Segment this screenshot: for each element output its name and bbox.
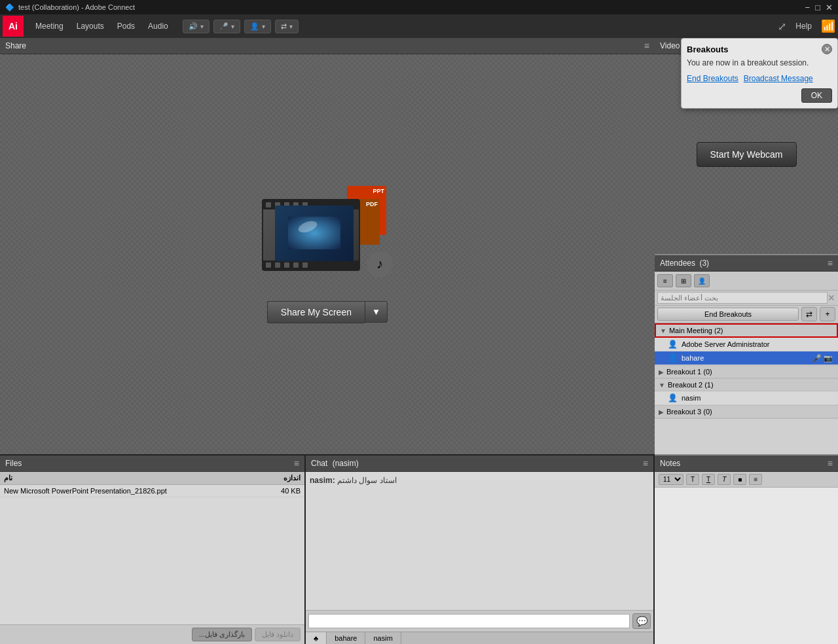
share-center: PPT PDF: [262, 186, 393, 323]
breakout-shuffle-btn[interactable]: ⇄: [801, 307, 817, 321]
attendees-person[interactable]: 👤 nasim: [655, 391, 838, 405]
files-pod: Files ≡ نام اندازه: [0, 456, 306, 644]
maximize-button[interactable]: □: [815, 3, 820, 12]
media-icon: PPT PDF: [262, 186, 393, 291]
chat-tab[interactable]: ♣: [306, 632, 327, 644]
person-actions: 🎤📷: [812, 354, 833, 363]
attendees-group-header[interactable]: ▶ Breakout 1 (0): [655, 366, 838, 378]
attendees-group: ▶ Breakout 3 (0): [655, 406, 838, 419]
attendees-group: ▶ Breakout 1 (0): [655, 366, 838, 379]
menu-bar: Ai Meeting Layouts Pods Audio 🔊 ▾ 🎤 ▾ 👤 …: [0, 14, 838, 38]
chat-pod: Chat (nasim) ≡ nasim: استاد سوال داشتم 💬: [306, 456, 655, 644]
menu-layouts[interactable]: Layouts: [70, 19, 111, 33]
attendees-group: ▼ Main Meeting (2) 👤 Adobe Server Admini…: [655, 323, 838, 366]
notes-list-btn[interactable]: ≡: [749, 474, 762, 485]
chat-pod-header: Chat (nasim) ≡: [306, 456, 653, 472]
chat-pod-menu-btn[interactable]: ≡: [643, 458, 648, 469]
upload-file-button[interactable]: ...بارگذاری فایل: [192, 628, 252, 641]
notes-font-size-select[interactable]: 11 12 14: [659, 474, 683, 485]
attendees-group-header[interactable]: ▶ Breakout 3 (0): [655, 406, 838, 418]
mic-toolbar-btn[interactable]: 🎤 ▾: [213, 20, 240, 33]
share-pod-title: Share: [5, 41, 26, 50]
file-size-cell: 40 KB: [263, 485, 304, 497]
left-panel: Share ≡ PPT PDF: [0, 38, 655, 644]
share-pod: Share ≡ PPT PDF: [0, 38, 655, 454]
notes-bold-btn[interactable]: T: [686, 474, 699, 485]
chat-input[interactable]: [308, 614, 630, 628]
menu-meeting[interactable]: Meeting: [29, 19, 70, 33]
grid-view-button[interactable]: ⊞: [676, 274, 691, 287]
breakout-ok-button[interactable]: OK: [801, 88, 832, 103]
chat-messages: nasim: استاد سوال داشتم: [306, 472, 653, 489]
attendees-group-header[interactable]: ▼ Breakout 2 (1): [655, 379, 838, 391]
title-bar: 🔷 test (Collaboration) - Adobe Connect −…: [0, 0, 838, 14]
share-my-screen-button[interactable]: Share My Screen: [267, 301, 365, 323]
end-breakouts-button[interactable]: End Breakouts: [657, 308, 799, 321]
person-mic-btn[interactable]: 🎤: [812, 354, 822, 363]
table-row[interactable]: New Microsoft PowerPoint Presentation_21…: [0, 485, 304, 497]
files-col-name: نام: [0, 472, 263, 485]
audio-toolbar-btn[interactable]: 🔊 ▾: [183, 20, 210, 33]
attendees-person[interactable]: 👤 Adobe Server Administrator: [655, 338, 838, 351]
notes-pod-title: Notes: [660, 459, 680, 468]
person-name: nasim: [682, 394, 829, 402]
broadcast-message-link[interactable]: Broadcast Message: [744, 74, 813, 83]
menu-pods[interactable]: Pods: [111, 19, 141, 33]
menu-audio[interactable]: Audio: [141, 19, 175, 33]
attendees-pod-header: Attendees (3) ≡: [655, 255, 838, 272]
group-expand-icon: ▼: [659, 382, 665, 389]
chat-message-text: استاد سوال داشتم: [337, 476, 397, 485]
person-name: Adobe Server Administrator: [682, 340, 829, 348]
chat-tab[interactable]: nasim: [365, 632, 401, 644]
menu-right: ⤢ Help 📶: [778, 19, 835, 33]
files-col-size: اندازه: [263, 472, 304, 485]
attendees-search-clear-btn[interactable]: ✕: [828, 293, 835, 303]
attendees-action-row: End Breakouts ⇄ +: [655, 306, 838, 323]
end-breakouts-link[interactable]: End Breakouts: [687, 74, 738, 83]
user-toolbar-btn[interactable]: 👤 ▾: [244, 20, 271, 33]
minimize-button[interactable]: −: [805, 3, 811, 12]
share-dropdown-button[interactable]: ▼: [365, 301, 388, 323]
main-layout: Share ≡ PPT PDF: [0, 38, 838, 644]
notes-italic-btn[interactable]: T: [718, 474, 731, 485]
notes-pod-header: Notes ≡: [655, 456, 838, 472]
webcam-pod-title: Video: [660, 41, 680, 50]
breakout-ok-area: OK: [687, 88, 832, 103]
list-view-button[interactable]: ≡: [657, 274, 673, 287]
files-footer: ...بارگذاری فایل دانلود فایل: [0, 624, 304, 644]
breakout-actions: End Breakouts Broadcast Message: [687, 74, 832, 83]
chat-send-button[interactable]: 💬: [632, 613, 651, 629]
share-toolbar-btn[interactable]: ⇄ ▾: [275, 20, 299, 33]
chat-input-row: 💬: [306, 611, 653, 632]
download-file-button[interactable]: دانلود فایل: [255, 628, 301, 641]
app-icon: 🔷: [5, 3, 14, 12]
notes-toolbar: 11 12 14 T T T ■ ≡: [655, 472, 838, 488]
notes-color-btn[interactable]: ■: [733, 474, 746, 485]
chat-messages-area: nasim: استاد سوال داشتم: [306, 472, 653, 610]
breakout-close-button[interactable]: ✕: [822, 44, 832, 54]
expand-icon[interactable]: ⤢: [778, 20, 786, 33]
person-icon: 👤: [668, 393, 678, 402]
file-name-cell: New Microsoft PowerPoint Presentation_21…: [0, 485, 263, 497]
share-pod-header: Share ≡: [0, 38, 655, 54]
share-pod-menu-btn[interactable]: ≡: [644, 41, 649, 51]
notes-content[interactable]: [655, 488, 838, 644]
attendees-person[interactable]: 👤 bahare 🎤📷: [655, 351, 838, 365]
person-cam-btn[interactable]: 📷: [824, 354, 833, 363]
chat-tab[interactable]: bahare: [327, 632, 365, 644]
attendees-search-input[interactable]: [657, 292, 828, 304]
chat-message-user: nasim:: [310, 476, 335, 485]
start-webcam-button[interactable]: Start My Webcam: [697, 142, 797, 167]
files-pod-menu-btn[interactable]: ≡: [294, 458, 299, 469]
attendees-group-header[interactable]: ▼ Main Meeting (2): [655, 323, 838, 338]
breakout-add-btn[interactable]: +: [820, 307, 835, 321]
help-menu[interactable]: Help: [792, 19, 816, 33]
files-pod-header: Files ≡: [0, 456, 304, 472]
group-name: Breakout 1 (0): [666, 368, 712, 376]
screen-icon: [275, 206, 354, 261]
notes-underline-btn[interactable]: T: [702, 474, 715, 485]
close-button[interactable]: ✕: [826, 3, 833, 12]
person-view-button[interactable]: 👤: [694, 274, 710, 287]
notes-pod-menu-btn[interactable]: ≡: [828, 458, 833, 469]
attendees-pod-menu-btn[interactable]: ≡: [828, 258, 833, 268]
